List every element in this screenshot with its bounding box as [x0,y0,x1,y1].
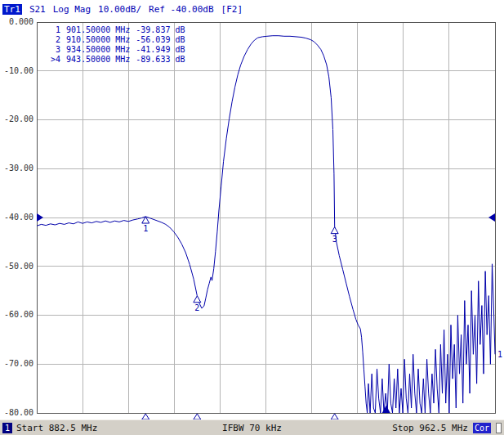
marker-stimulus-indicator [331,414,338,419]
y-axis-label: -70.00 [0,359,33,369]
marker-frequency: 901.50000 MHz [66,25,130,35]
marker-symbol-label: 3 [332,235,337,244]
marker-frequency: 943.50000 MHz [66,55,130,65]
marker-value: -41.949 dB [136,45,185,55]
y-axis-label: -80.00 [0,408,33,418]
start-frequency-label: Start 882.5 MHz [16,423,97,433]
marker-frequency: 934.50000 MHz [66,45,130,55]
status-left-group: 1 Start 882.5 MHz [2,423,97,433]
marker-row: 2 910.50000 MHz -56.039 dB [47,35,185,45]
y-axis-label: -20.00 [0,114,33,124]
correction-status-badge: Cor [473,423,491,433]
marker-readout-table: 1 901.50000 MHz -39.837 dB 2 910.50000 M… [47,25,185,65]
status-right-group: Stop 962.5 MHz Cor [392,423,502,433]
marker-symbol-label: 2 [194,303,199,312]
marker-symbol-label: 1 [143,224,148,233]
stop-frequency-label: Stop 962.5 MHz [392,423,468,433]
y-axis-label: -30.00 [0,164,33,173]
marker-symbol [194,296,201,303]
marker-stimulus-indicator [194,414,201,419]
status-indicator-box [496,423,502,433]
trace-end-number: 1 [497,350,502,359]
marker-stimulus-indicator [142,414,149,419]
marker-number: 3 [47,45,60,55]
marker-value: -39.837 dB [136,25,185,35]
marker-number: 1 [47,25,60,35]
vna-screen: Tr1 S21 Log Mag 10.00dB/ Ref -40.00dB [F… [0,0,504,435]
ref-level-left-icon [37,213,43,222]
y-axis-label: -10.00 [0,66,33,76]
ifbw-label: IFBW 70 kHz [222,423,282,433]
marker-row: >4 943.50000 MHz -89.633 dB [47,55,185,65]
marker-number: 2 [47,35,60,45]
marker-row: 1 901.50000 MHz -39.837 dB [47,25,185,35]
y-axis-label: -50.00 [0,262,33,271]
marker-symbol [331,227,338,234]
plot-canvas: 1231 [0,0,504,435]
marker-value: -89.633 dB [136,55,185,65]
status-bar: 1 Start 882.5 MHz IFBW 70 kHz Stop 962.5… [0,419,504,435]
channel-number-badge: 1 [2,423,12,433]
marker-row: 3 934.50000 MHz -41.949 dB [47,45,185,55]
ref-level-right-icon [488,213,495,222]
marker-frequency: 910.50000 MHz [66,35,130,45]
marker-value: -56.039 dB [136,35,185,45]
y-axis-label: -40.00 [0,213,33,222]
y-axis-label: -60.00 [0,310,33,320]
grid [37,22,495,413]
marker-number: >4 [47,55,60,65]
y-axis-label: 0.000 [0,17,33,27]
